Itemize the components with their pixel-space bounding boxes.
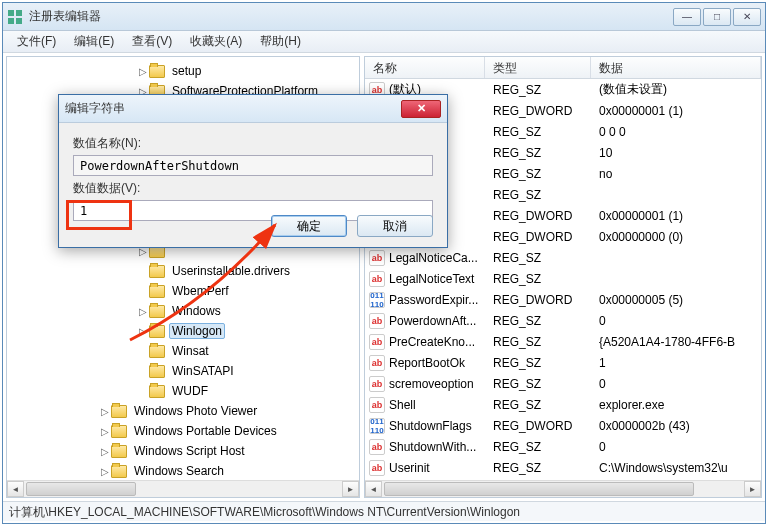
tree-item[interactable]: WbemPerf xyxy=(7,281,359,301)
string-icon: ab xyxy=(369,355,385,371)
value-type: REG_SZ xyxy=(485,335,591,349)
tree-label: setup xyxy=(169,63,204,79)
tree-label: Windows Search xyxy=(131,463,227,479)
string-icon: ab xyxy=(369,250,385,266)
scroll-thumb[interactable] xyxy=(384,482,694,496)
expand-icon[interactable]: ▷ xyxy=(99,466,111,477)
tree-label: WbemPerf xyxy=(169,283,232,299)
value-data: 10 xyxy=(591,146,761,160)
value-data: 0x00000001 (1) xyxy=(591,104,761,118)
tree-item[interactable]: WUDF xyxy=(7,381,359,401)
list-row[interactable]: abShellREG_SZexplorer.exe xyxy=(365,394,761,415)
value-data: 0 xyxy=(591,377,761,391)
value-data: 0x00000005 (5) xyxy=(591,293,761,307)
expand-icon[interactable]: ▷ xyxy=(99,406,111,417)
list-row[interactable]: abUserinitREG_SZC:\Windows\system32\u xyxy=(365,457,761,478)
value-data: 0 xyxy=(591,314,761,328)
folder-icon xyxy=(149,365,165,378)
tree-item[interactable]: Winsat xyxy=(7,341,359,361)
col-type[interactable]: 类型 xyxy=(485,57,591,78)
list-row[interactable]: 011110ShutdownFlagsREG_DWORD0x0000002b (… xyxy=(365,415,761,436)
menu-help[interactable]: 帮助(H) xyxy=(252,31,309,52)
expand-icon[interactable]: ▷ xyxy=(99,426,111,437)
value-type: REG_DWORD xyxy=(485,419,591,433)
list-row[interactable]: abPreCreateKno...REG_SZ{A520A1A4-1780-4F… xyxy=(365,331,761,352)
scroll-left-icon[interactable]: ◄ xyxy=(7,481,24,497)
titlebar: 注册表编辑器 — □ ✕ xyxy=(3,3,765,31)
string-icon: ab xyxy=(369,397,385,413)
value-type: REG_DWORD xyxy=(485,293,591,307)
tree-label xyxy=(169,250,175,252)
menu-view[interactable]: 查看(V) xyxy=(124,31,180,52)
tree-item[interactable]: ▷Windows Photo Viewer xyxy=(7,401,359,421)
scroll-thumb[interactable] xyxy=(26,482,136,496)
list-row[interactable]: abLegalNoticeTextREG_SZ xyxy=(365,268,761,289)
window-controls: — □ ✕ xyxy=(673,8,761,26)
menu-edit[interactable]: 编辑(E) xyxy=(66,31,122,52)
value-type: REG_SZ xyxy=(485,398,591,412)
value-type: REG_SZ xyxy=(485,272,591,286)
list-header: 名称 类型 数据 xyxy=(365,57,761,79)
list-row[interactable]: abReportBootOkREG_SZ1 xyxy=(365,352,761,373)
col-data[interactable]: 数据 xyxy=(591,57,761,78)
ok-button[interactable]: 确定 xyxy=(271,215,347,237)
value-name: ShutdownWith... xyxy=(389,440,476,454)
value-name: Userinit xyxy=(389,461,430,475)
string-icon: ab xyxy=(369,460,385,476)
window-title: 注册表编辑器 xyxy=(29,8,673,25)
folder-icon xyxy=(149,265,165,278)
folder-icon xyxy=(149,385,165,398)
dialog-close-button[interactable]: ✕ xyxy=(401,100,441,118)
statusbar: 计算机\HKEY_LOCAL_MACHINE\SOFTWARE\Microsof… xyxy=(3,501,765,521)
list-hscroll[interactable]: ◄ ► xyxy=(365,480,761,497)
col-name[interactable]: 名称 xyxy=(365,57,485,78)
tree-item[interactable]: ▷Windows Script Host xyxy=(7,441,359,461)
value-type: REG_SZ xyxy=(485,188,591,202)
value-data: no xyxy=(591,167,761,181)
value-data: 0 0 0 xyxy=(591,125,761,139)
value-type: REG_SZ xyxy=(485,146,591,160)
expand-icon[interactable]: ▷ xyxy=(137,326,149,337)
minimize-button[interactable]: — xyxy=(673,8,701,26)
list-row[interactable]: abscremoveoptionREG_SZ0 xyxy=(365,373,761,394)
expand-icon[interactable]: ▷ xyxy=(137,66,149,77)
value-name: ShutdownFlags xyxy=(389,419,472,433)
expand-icon[interactable]: ▷ xyxy=(137,306,149,317)
value-name: LegalNoticeText xyxy=(389,272,474,286)
cancel-button[interactable]: 取消 xyxy=(357,215,433,237)
maximize-button[interactable]: □ xyxy=(703,8,731,26)
list-row[interactable]: 011110PasswordExpir...REG_DWORD0x0000000… xyxy=(365,289,761,310)
value-name: LegalNoticeCa... xyxy=(389,251,478,265)
tree-item[interactable]: Userinstallable.drivers xyxy=(7,261,359,281)
tree-hscroll[interactable]: ◄ ► xyxy=(7,480,359,497)
menu-favorites[interactable]: 收藏夹(A) xyxy=(182,31,250,52)
list-row[interactable]: abPowerdownAft...REG_SZ0 xyxy=(365,310,761,331)
value-type: REG_SZ xyxy=(485,440,591,454)
tree-item[interactable]: ▷Windows Search xyxy=(7,461,359,481)
list-row[interactable]: abLegalNoticeCa...REG_SZ xyxy=(365,247,761,268)
string-icon: ab xyxy=(369,271,385,287)
tree-label: Windows Photo Viewer xyxy=(131,403,260,419)
value-data: 0x00000001 (1) xyxy=(591,209,761,223)
tree-label: Windows xyxy=(169,303,224,319)
expand-icon[interactable]: ▷ xyxy=(99,446,111,457)
value-data-label: 数值数据(V): xyxy=(73,180,433,197)
value-name-input[interactable] xyxy=(73,155,433,176)
value-type: REG_SZ xyxy=(485,251,591,265)
value-type: REG_DWORD xyxy=(485,230,591,244)
value-type: REG_SZ xyxy=(485,83,591,97)
close-button[interactable]: ✕ xyxy=(733,8,761,26)
scroll-right-icon[interactable]: ► xyxy=(342,481,359,497)
tree-item[interactable]: WinSATAPI xyxy=(7,361,359,381)
tree-item[interactable]: ▷setup xyxy=(7,61,359,81)
menu-file[interactable]: 文件(F) xyxy=(9,31,64,52)
folder-icon xyxy=(111,425,127,438)
list-row[interactable]: abShutdownWith...REG_SZ0 xyxy=(365,436,761,457)
scroll-right-icon[interactable]: ► xyxy=(744,481,761,497)
folder-icon xyxy=(149,285,165,298)
tree-label: Winlogon xyxy=(169,323,225,339)
tree-item[interactable]: ▷Windows Portable Devices xyxy=(7,421,359,441)
tree-item[interactable]: ▷Windows xyxy=(7,301,359,321)
tree-item[interactable]: ▷Winlogon xyxy=(7,321,359,341)
scroll-left-icon[interactable]: ◄ xyxy=(365,481,382,497)
